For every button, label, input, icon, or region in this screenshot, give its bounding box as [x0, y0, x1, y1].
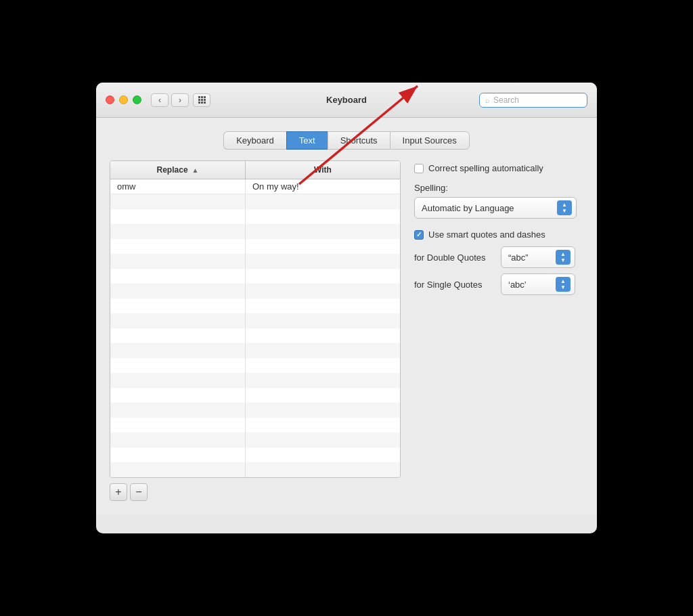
- dropdown-up-icon: ▲: [562, 202, 567, 208]
- search-input[interactable]: [493, 95, 581, 105]
- empty-row: [110, 284, 400, 299]
- dropdown-down-icon: ▼: [562, 208, 567, 214]
- empty-row: [110, 299, 400, 313]
- forward-button[interactable]: ›: [171, 93, 189, 107]
- col-with: With: [246, 161, 400, 179]
- empty-row: [110, 239, 400, 254]
- empty-row: [110, 418, 400, 433]
- smart-quotes-row: Use smart quotes and dashes: [414, 229, 583, 240]
- single-quotes-dropdown-arrows: ▲ ▼: [556, 277, 571, 292]
- close-button[interactable]: [106, 95, 114, 104]
- tab-shortcuts[interactable]: Shortcuts: [328, 131, 390, 150]
- empty-row: [110, 388, 400, 403]
- spelling-dropdown-value: Automatic by Language: [422, 203, 514, 213]
- single-quotes-value: ‘abc’: [508, 280, 527, 290]
- table-row[interactable]: omw On my way!: [110, 179, 400, 194]
- double-quotes-label: for Double Quotes: [414, 252, 495, 263]
- empty-row: [110, 343, 400, 358]
- add-row-button[interactable]: +: [110, 483, 127, 501]
- correct-spelling-row: Correct spelling automatically: [414, 163, 583, 173]
- tab-text[interactable]: Text: [286, 131, 328, 150]
- empty-row: [110, 194, 400, 209]
- dropdown-down-icon: ▼: [560, 285, 566, 290]
- table-body: omw On my way!: [110, 179, 400, 477]
- empty-row: [110, 447, 400, 462]
- remove-row-button[interactable]: −: [130, 483, 148, 501]
- back-button[interactable]: ‹: [151, 93, 169, 107]
- empty-row: [110, 254, 400, 269]
- content-area: Keyboard Text Shortcuts Input Sources Re…: [96, 118, 597, 514]
- traffic-lights: [106, 95, 141, 104]
- bottom-bar: ?: [96, 514, 597, 533]
- empty-row: [110, 209, 400, 224]
- right-panel: Correct spelling automatically Spelling:…: [414, 160, 583, 306]
- empty-row: [110, 313, 400, 328]
- empty-row: [110, 403, 400, 418]
- dropdown-up-icon: ▲: [560, 279, 566, 284]
- titlebar: ‹ › Keyboard ⌕: [96, 83, 597, 118]
- left-panel: Replace ▲ With omw On my way!: [110, 160, 401, 501]
- replacement-table: Replace ▲ With omw On my way!: [110, 160, 401, 478]
- nav-buttons: ‹ ›: [151, 93, 189, 107]
- spelling-dropdown[interactable]: Automatic by Language ▲ ▼: [414, 197, 577, 219]
- empty-row: [110, 358, 400, 373]
- tabs-bar: Keyboard Text Shortcuts Input Sources: [110, 131, 583, 150]
- grid-view-button[interactable]: [193, 93, 210, 107]
- single-quotes-label: for Single Quotes: [414, 280, 495, 290]
- search-icon: ⌕: [485, 96, 490, 104]
- dropdown-down-icon: ▼: [560, 258, 566, 263]
- col-replace: Replace ▲: [110, 161, 246, 179]
- cell-with: On my way!: [246, 179, 400, 194]
- tab-keyboard[interactable]: Keyboard: [223, 131, 286, 150]
- empty-row: [110, 224, 400, 239]
- single-quotes-row: for Single Quotes ‘abc’ ▲ ▼: [414, 273, 583, 295]
- single-quotes-dropdown[interactable]: ‘abc’ ▲ ▼: [501, 273, 575, 295]
- maximize-button[interactable]: [133, 95, 141, 104]
- dropdown-up-icon: ▲: [560, 252, 566, 257]
- search-box[interactable]: ⌕: [479, 93, 587, 108]
- grid-icon: [198, 96, 206, 104]
- double-quotes-value: “abc”: [508, 252, 529, 263]
- window-title: Keyboard: [326, 95, 367, 105]
- spelling-dropdown-arrows: ▲ ▼: [557, 200, 572, 215]
- empty-row: [110, 462, 400, 477]
- main-area: Replace ▲ With omw On my way!: [110, 160, 583, 501]
- correct-spelling-checkbox[interactable]: [414, 164, 424, 173]
- sort-arrow-icon: ▲: [192, 167, 199, 174]
- keyboard-preferences-window: ‹ › Keyboard ⌕ Keyboard Text Shortcuts I…: [96, 83, 597, 533]
- empty-row: [110, 433, 400, 447]
- empty-row: [110, 328, 400, 343]
- double-quotes-dropdown-arrows: ▲ ▼: [556, 250, 571, 265]
- empty-row: [110, 373, 400, 388]
- smart-quotes-label: Use smart quotes and dashes: [428, 229, 545, 240]
- spelling-section: Spelling: Automatic by Language ▲ ▼: [414, 183, 583, 219]
- smart-quotes-checkbox[interactable]: [414, 230, 424, 240]
- spelling-section-label: Spelling:: [414, 183, 583, 193]
- double-quotes-row: for Double Quotes “abc” ▲ ▼: [414, 246, 583, 268]
- tab-input-sources[interactable]: Input Sources: [390, 131, 470, 150]
- double-quotes-dropdown[interactable]: “abc” ▲ ▼: [501, 246, 575, 268]
- table-header: Replace ▲ With: [110, 161, 400, 179]
- empty-row: [110, 269, 400, 284]
- cell-replace: omw: [110, 179, 246, 194]
- minimize-button[interactable]: [119, 95, 128, 104]
- correct-spelling-label: Correct spelling automatically: [428, 163, 543, 173]
- table-buttons: + −: [110, 483, 401, 501]
